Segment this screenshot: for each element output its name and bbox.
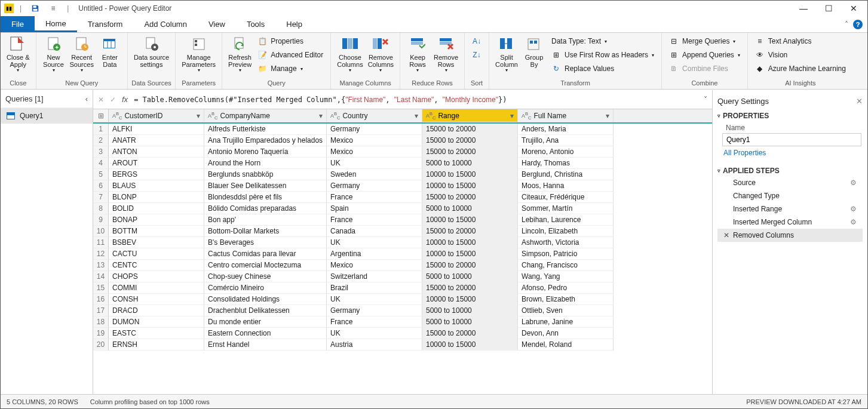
cell[interactable]: Ana Trujillo Emparedados y helados (204, 135, 327, 146)
data-grid[interactable]: ⊞ABC CustomerID▾ABC CompanyName▾ABC Coun… (93, 109, 712, 394)
cell[interactable]: Afonso, Pedro (518, 282, 614, 294)
cell[interactable]: Lincoln, Elizabeth (518, 226, 614, 237)
applied-step[interactable]: Source⚙ (717, 176, 863, 189)
cell[interactable]: AROUT (109, 158, 204, 169)
enter-data-button[interactable]: Enter Data (96, 35, 124, 68)
collapse-queries-icon[interactable]: ‹ (85, 94, 88, 103)
cell[interactable]: Brazil (327, 282, 422, 294)
first-row-headers-button[interactable]: ⊞Use First Row as Headers ▾ (548, 48, 658, 61)
cell[interactable]: BLONP (109, 192, 204, 203)
close-apply-button[interactable]: Close & Apply▾ (4, 35, 32, 73)
row-number[interactable]: 18 (93, 316, 109, 328)
cell[interactable]: 10000 to 15000 (422, 214, 518, 226)
row-number[interactable]: 1 (93, 124, 109, 135)
cell[interactable]: 5000 to 10000 (422, 203, 518, 214)
table-row[interactable]: 10BOTTMBottom-Dollar MarketsCanada15000 … (93, 226, 712, 237)
sort-desc-button[interactable]: Z↓ (468, 48, 485, 61)
text-analytics-button[interactable]: ≡Text Analytics (752, 35, 849, 48)
append-queries-button[interactable]: ⊞Append Queries ▾ (665, 48, 744, 61)
cell[interactable]: Trujillo, Ana (518, 135, 614, 146)
cell[interactable]: Argentina (327, 248, 422, 260)
applied-steps-section[interactable]: ▿APPLIED STEPS (717, 163, 863, 176)
remove-columns-button[interactable]: Remove Columns▾ (366, 35, 396, 73)
cell[interactable]: Hardy, Thomas (518, 158, 614, 169)
cell[interactable]: 5000 to 10000 (422, 316, 518, 328)
sort-asc-button[interactable]: A↓ (468, 35, 485, 48)
manage-button[interactable]: 📁Manage ▾ (254, 62, 327, 75)
cell[interactable]: UK (327, 294, 422, 305)
cell[interactable]: BOLID (109, 203, 204, 214)
cell[interactable]: Devon, Ann (518, 328, 614, 339)
cell[interactable]: Mexico (327, 260, 422, 271)
cell[interactable]: 15000 to 20000 (422, 282, 518, 294)
cell[interactable]: B's Beverages (204, 237, 327, 248)
filter-dropdown-icon[interactable]: ▾ (194, 112, 200, 120)
cell[interactable]: 15000 to 20000 (422, 146, 518, 158)
cell[interactable]: 10000 to 15000 (422, 339, 518, 350)
expand-formula-icon[interactable]: ˅ (704, 96, 707, 104)
cell[interactable]: 5000 to 10000 (422, 305, 518, 316)
new-source-button[interactable]: ✦New Source▾ (40, 35, 68, 73)
row-number[interactable]: 15 (93, 282, 109, 294)
cell[interactable]: Cactus Comidas para llevar (204, 248, 327, 260)
cell[interactable]: Berglund, Christina (518, 169, 614, 180)
cell[interactable]: 15000 to 20000 (422, 328, 518, 339)
cell[interactable]: Comércio Mineiro (204, 282, 327, 294)
cell[interactable]: Mexico (327, 135, 422, 146)
row-number[interactable]: 16 (93, 294, 109, 305)
cell[interactable]: UK (327, 158, 422, 169)
tab-file[interactable]: File (1, 16, 35, 32)
cell[interactable]: Brown, Elizabeth (518, 294, 614, 305)
keep-rows-button[interactable]: Keep Rows▾ (404, 35, 431, 73)
filter-dropdown-icon[interactable]: ▾ (603, 112, 609, 120)
applied-step[interactable]: Inserted Merged Column⚙ (717, 216, 863, 229)
column-header[interactable]: ABC Full Name▾ (518, 109, 614, 122)
cell[interactable]: BOTTM (109, 226, 204, 237)
cell[interactable]: Chang, Francisco (518, 260, 614, 271)
applied-step[interactable]: ✕Removed Columns (717, 229, 863, 242)
row-number[interactable]: 2 (93, 135, 109, 146)
cell[interactable]: Moos, Hanna (518, 180, 614, 192)
cell[interactable]: 10000 to 15000 (422, 237, 518, 248)
table-row[interactable]: 19EASTCEastern ConnectionUK15000 to 2000… (93, 328, 712, 339)
cell[interactable]: Mendel, Roland (518, 339, 614, 350)
commit-formula-icon[interactable]: ✓ (110, 96, 116, 104)
choose-columns-button[interactable]: Choose Columns▾ (335, 35, 365, 73)
all-properties-link[interactable]: All Properties (717, 146, 863, 157)
cell[interactable]: 10000 to 15000 (422, 294, 518, 305)
properties-button[interactable]: 📋Properties (254, 35, 327, 48)
cell[interactable]: EASTC (109, 328, 204, 339)
collapse-ribbon-icon[interactable]: ˄ (845, 20, 848, 29)
row-number[interactable]: 17 (93, 305, 109, 316)
cell[interactable]: Simpson, Patricio (518, 248, 614, 260)
cell[interactable]: ALFKI (109, 124, 204, 135)
cell[interactable]: Bottom-Dollar Markets (204, 226, 327, 237)
row-number[interactable]: 14 (93, 271, 109, 282)
query-item[interactable]: Query1 (1, 108, 93, 124)
cell[interactable]: Labrune, Janine (518, 316, 614, 328)
table-row[interactable]: 8BOLIDBólido Comidas preparadasSpain5000… (93, 203, 712, 214)
table-row[interactable]: 1ALFKIAlfreds FutterkisteGermany15000 to… (93, 124, 712, 135)
table-row[interactable]: 11BSBEVB's BeveragesUK10000 to 15000Ashw… (93, 237, 712, 248)
row-number[interactable]: 7 (93, 192, 109, 203)
row-number[interactable]: 10 (93, 226, 109, 237)
group-by-button[interactable]: Group By (520, 35, 548, 68)
quick-access-dropdown[interactable]: ≡ (45, 2, 61, 15)
refresh-preview-button[interactable]: Refresh Preview▾ (226, 35, 254, 73)
cell[interactable]: Anders, Maria (518, 124, 614, 135)
merge-queries-button[interactable]: ⊟Merge Queries ▾ (665, 35, 744, 48)
applied-step[interactable]: Changed Type (717, 189, 863, 202)
table-row[interactable]: 2ANATRAna Trujillo Emparedados y helados… (93, 135, 712, 146)
column-header[interactable]: ABC Range▾ (422, 109, 518, 122)
cell[interactable]: France (327, 214, 422, 226)
cell[interactable]: BONAP (109, 214, 204, 226)
maximize-button[interactable]: ☐ (816, 1, 841, 16)
cell[interactable]: Drachenblut Delikatessen (204, 305, 327, 316)
table-row[interactable]: 13CENTCCentro comercial MoctezumaMexico1… (93, 260, 712, 271)
close-settings-icon[interactable]: ✕ (856, 97, 863, 106)
tab-transform[interactable]: Transform (77, 16, 134, 32)
formula-input[interactable]: = Table.RemoveColumns(#"Inserted Merged … (134, 96, 698, 104)
row-number[interactable]: 12 (93, 248, 109, 260)
cell[interactable]: COMMI (109, 282, 204, 294)
cell[interactable]: 5000 to 10000 (422, 158, 518, 169)
